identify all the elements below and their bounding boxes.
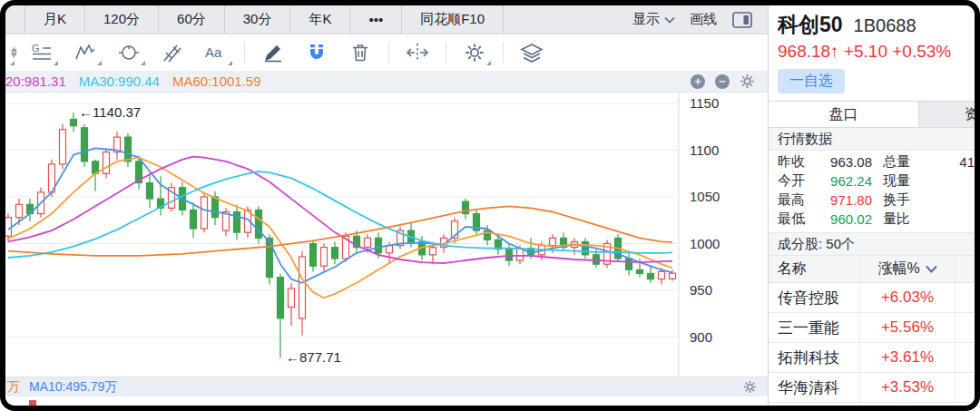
pitchfork-icon[interactable] bbox=[153, 38, 191, 67]
constituent-change: +3.61% bbox=[859, 343, 955, 372]
y-axis-tick: 1000 bbox=[690, 236, 720, 251]
volume-settings-gear-icon[interactable] bbox=[743, 380, 757, 394]
price-change-line: 968.18↑ +5.10 +0.53% bbox=[778, 42, 965, 62]
period-tab-月K[interactable]: 月K bbox=[25, 5, 85, 34]
candle bbox=[583, 241, 589, 254]
candle bbox=[289, 289, 295, 308]
volume-pane-header: 万MA10:495.79万 bbox=[5, 377, 768, 396]
candle bbox=[147, 183, 153, 200]
zoom-in-button[interactable]: + bbox=[691, 74, 705, 89]
candle bbox=[278, 278, 284, 318]
y-axis-tick: 1100 bbox=[690, 142, 719, 158]
constituent-change: +5.56% bbox=[859, 313, 955, 342]
pencil-icon[interactable] bbox=[254, 38, 292, 67]
toolbar-divider bbox=[503, 42, 504, 64]
trash-icon[interactable] bbox=[341, 38, 379, 67]
candle bbox=[201, 197, 208, 229]
layers-icon[interactable] bbox=[513, 38, 551, 67]
ma-legend-item: MA60:1001.59 bbox=[172, 73, 261, 89]
constituents-row: 成分股: 50个 bbox=[769, 233, 975, 256]
quote-value: 41 bbox=[921, 154, 975, 170]
tab-stub bbox=[5, 5, 25, 34]
y-axis-tick: 900 bbox=[690, 329, 712, 345]
volume-bar bbox=[29, 400, 36, 406]
panel-toggle-icon[interactable] bbox=[731, 11, 753, 29]
constituent-row[interactable]: 传音控股+6.03% bbox=[769, 283, 975, 313]
tabbar-spacer bbox=[504, 5, 632, 34]
ma-legend-bar: 20:981.31MA30:990.44MA60:1001.59 + − bbox=[5, 71, 768, 93]
candle bbox=[191, 210, 197, 229]
stock-app: 月K120分60分30分年K•••同花顺F10 显示 画线 GAa 20:981… bbox=[5, 5, 975, 406]
candle bbox=[267, 238, 273, 277]
indicator-lines-icon[interactable]: G bbox=[23, 38, 61, 67]
period-tab-年K[interactable]: 年K bbox=[290, 5, 350, 34]
price-annotation: ←877.71 bbox=[286, 349, 341, 365]
ma-line-ma60 bbox=[8, 206, 672, 256]
period-tab-同花顺F10[interactable]: 同花顺F10 bbox=[402, 5, 504, 34]
chart-settings-gear-icon[interactable] bbox=[740, 73, 755, 89]
candle bbox=[234, 211, 240, 232]
draw-line-button[interactable]: 画线 bbox=[690, 11, 717, 28]
constituent-extra-cell bbox=[955, 343, 975, 372]
constituent-row[interactable]: 华海清科+3.53% bbox=[769, 373, 975, 403]
quote-label: 量比 bbox=[883, 210, 921, 228]
period-tabbar: 月K120分60分30分年K•••同花顺F10 显示 画线 bbox=[5, 5, 768, 34]
axis-spacing-icon[interactable] bbox=[398, 38, 436, 67]
panel-tab-盘口[interactable]: 盘口 bbox=[769, 102, 918, 127]
quote-row: 最低960.02量比 bbox=[769, 210, 975, 229]
stock-name: 科创50 bbox=[778, 11, 843, 39]
gear-icon[interactable] bbox=[456, 38, 494, 67]
svg-text:G: G bbox=[32, 43, 40, 54]
constituent-name: 拓荆科技 bbox=[769, 347, 859, 368]
candle bbox=[659, 271, 665, 279]
trend-peaks-icon[interactable] bbox=[66, 38, 104, 67]
constituent-extra-cell bbox=[955, 313, 975, 342]
sort-descending-icon bbox=[926, 265, 937, 273]
toolbar-divider bbox=[446, 42, 446, 64]
display-dropdown[interactable]: 显示 bbox=[632, 11, 675, 28]
window-frame: 月K120分60分30分年K•••同花顺F10 显示 画线 GAa 20:981… bbox=[0, 0, 980, 411]
quote-label: 今开 bbox=[778, 172, 816, 190]
quote-row: 今开962.24现量 bbox=[769, 171, 975, 191]
constituent-row[interactable]: 三一重能+5.56% bbox=[769, 313, 975, 343]
period-tab-30分[interactable]: 30分 bbox=[225, 5, 291, 34]
candlestick-chart[interactable]: 1150110010501000950900←1140.37←877.71 bbox=[5, 93, 768, 377]
magnet-icon[interactable] bbox=[298, 38, 336, 67]
candle-type-icon-partial[interactable] bbox=[5, 38, 17, 67]
watchlist-remove-button[interactable]: 一自选 bbox=[778, 69, 845, 93]
quote-value: 963.08 bbox=[816, 154, 872, 170]
period-tab-120分[interactable]: 120分 bbox=[85, 5, 159, 34]
cycle-circle-icon[interactable] bbox=[110, 38, 148, 67]
chevron-down-icon bbox=[664, 16, 675, 24]
zoom-out-button[interactable]: − bbox=[715, 74, 730, 89]
quote-label: 总量 bbox=[883, 153, 921, 171]
quote-label: 昨收 bbox=[778, 153, 816, 171]
candle bbox=[550, 238, 556, 245]
period-tab-60分[interactable]: 60分 bbox=[159, 5, 225, 34]
volume-ma-label: MA10:495.79万 bbox=[29, 379, 117, 396]
candle bbox=[16, 204, 23, 217]
candle bbox=[365, 238, 371, 247]
volume-ma-label: 万 bbox=[7, 379, 20, 396]
candle bbox=[376, 238, 382, 252]
ma-legend-item: MA30:990.44 bbox=[79, 73, 160, 89]
candle bbox=[637, 269, 643, 273]
column-header-name[interactable]: 名称 bbox=[769, 259, 859, 279]
constituent-name: 华海清科 bbox=[769, 377, 859, 398]
candle bbox=[125, 137, 132, 161]
column-header-change[interactable]: 涨幅% bbox=[859, 256, 955, 282]
period-tab-•••[interactable]: ••• bbox=[350, 5, 402, 34]
chart-column: 月K120分60分30分年K•••同花顺F10 显示 画线 GAa 20:981… bbox=[5, 5, 768, 406]
stock-code: 1B0688 bbox=[854, 15, 916, 36]
candle bbox=[71, 120, 77, 126]
candle bbox=[5, 218, 12, 237]
candle bbox=[321, 248, 328, 267]
candle bbox=[430, 248, 436, 255]
candle bbox=[212, 197, 219, 218]
quote-label: 现量 bbox=[883, 172, 921, 190]
constituent-row[interactable]: 拓荆科技+3.61% bbox=[769, 343, 975, 373]
quote-label: 最高 bbox=[778, 191, 816, 209]
text-tool-icon[interactable]: Aa bbox=[197, 38, 235, 67]
quotes-grid: 昨收963.08总量41今开962.24现量最高971.80换手最低960.02… bbox=[769, 151, 975, 233]
panel-tab-资讯[interactable]: 资讯 bbox=[918, 102, 975, 127]
